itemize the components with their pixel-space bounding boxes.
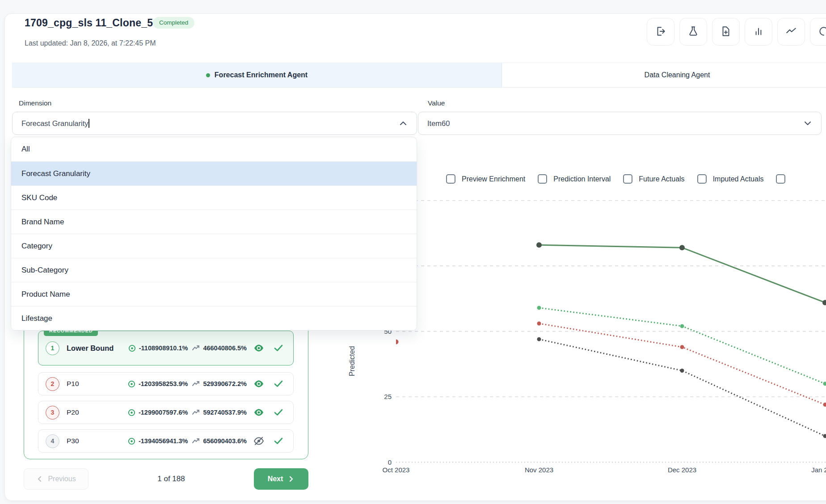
next-label: Next: [268, 475, 283, 483]
rank-badge: 3: [46, 406, 59, 420]
dimension-dropdown-list: AllForecast GranularitySKU CodeBrand Nam…: [11, 137, 417, 331]
x-tick-label: Jan 2024: [798, 466, 826, 474]
metric-accuracy: -1203958253.9%: [127, 380, 188, 388]
visibility-toggle[interactable]: [251, 344, 266, 353]
candidate-name: P10: [64, 380, 123, 388]
x-tick-label: Oct 2023: [369, 466, 423, 474]
checkbox-clipped[interactable]: [776, 174, 785, 184]
visibility-toggle[interactable]: [251, 408, 266, 417]
checkbox-prediction-interval[interactable]: Prediction Interval: [538, 174, 611, 184]
chart-option-checkboxes: Preview EnrichmentPrediction IntervalFut…: [446, 174, 785, 184]
checkbox-label: Imputed Actuals: [713, 175, 764, 183]
metric-trend: 466040806.5%: [192, 344, 247, 352]
target-icon: [127, 408, 136, 417]
eye-icon[interactable]: [253, 408, 264, 417]
check-icon: [274, 380, 283, 387]
checkbox-box[interactable]: [697, 174, 707, 184]
checkbox-box[interactable]: [776, 174, 785, 184]
rank-badge: 4: [46, 434, 59, 448]
trend-icon: [192, 381, 200, 387]
candidate-name: P30: [64, 437, 123, 445]
dimension-option-sub-category[interactable]: Sub-Category: [11, 258, 417, 282]
select-check[interactable]: [271, 380, 286, 387]
chevron-right-icon: [287, 475, 295, 483]
checkbox-future-actuals[interactable]: Future Actuals: [623, 174, 684, 184]
visibility-toggle[interactable]: [251, 437, 266, 445]
dimension-option-sku-code[interactable]: SKU Code: [11, 185, 417, 210]
metric-accuracy: -1108908910.1%: [128, 344, 188, 353]
metric-accuracy: -1299007597.6%: [127, 408, 188, 417]
dimension-option-category[interactable]: Category: [11, 234, 417, 258]
pagination: Previous 1 of 188 Next: [24, 468, 308, 490]
dimension-option-product-name[interactable]: Product Name: [11, 282, 417, 306]
trend-icon: [192, 409, 200, 416]
checkbox-box[interactable]: [538, 174, 547, 184]
checkbox-label: Preview Enrichment: [462, 175, 525, 183]
target-icon: [127, 437, 136, 445]
previous-button[interactable]: Previous: [24, 468, 88, 490]
target-icon: [128, 344, 136, 353]
eye-icon[interactable]: [253, 379, 264, 388]
checkbox-box[interactable]: [446, 174, 455, 184]
dimension-option-brand-name[interactable]: Brand Name: [11, 210, 417, 234]
target-icon: [127, 380, 136, 388]
eye-icon[interactable]: [253, 344, 264, 353]
checkbox-box[interactable]: [623, 174, 632, 184]
candidate-card-p20[interactable]: 3P20-1299007597.6%592740537.9%: [38, 401, 294, 424]
next-button[interactable]: Next: [254, 468, 308, 490]
metric-trend: 529390672.2%: [192, 380, 247, 387]
checkbox-label: Future Actuals: [639, 175, 684, 183]
y-axis-title: Predicted: [348, 332, 356, 376]
candidate-card-p30[interactable]: 4P30-1394056941.3%656090403.6%: [38, 429, 294, 453]
candidate-name: P20: [64, 408, 123, 416]
trend-icon: [192, 438, 200, 444]
check-icon: [274, 344, 283, 352]
candidate-name: Lower Bound: [64, 344, 123, 353]
dimension-option-lifestage[interactable]: Lifestage: [11, 306, 417, 330]
select-check[interactable]: [271, 437, 286, 445]
checkbox-imputed-actuals[interactable]: Imputed Actuals: [697, 174, 764, 184]
checkbox-label: Prediction Interval: [553, 175, 611, 183]
select-check[interactable]: [271, 409, 286, 416]
y-tick-label: 25: [365, 393, 392, 400]
candidate-card-p10[interactable]: 2P10-1203958253.9%529390672.2%: [38, 372, 294, 395]
x-tick-label: Dec 2023: [655, 466, 709, 474]
dimension-option-forecast-granularity[interactable]: Forecast Granularity: [11, 161, 417, 185]
metric-accuracy: -1394056941.3%: [127, 437, 188, 445]
trend-icon: [192, 345, 200, 351]
checkbox-preview-enrichment[interactable]: Preview Enrichment: [446, 174, 525, 184]
metric-trend: 656090403.6%: [192, 437, 247, 445]
check-icon: [274, 409, 283, 416]
page-indicator: 1 of 188: [157, 475, 185, 483]
previous-label: Previous: [48, 475, 76, 483]
select-check[interactable]: [271, 344, 286, 352]
metric-trend: 592740537.9%: [192, 409, 247, 416]
visibility-toggle[interactable]: [251, 379, 266, 388]
rank-badge: 2: [46, 377, 59, 391]
eye-off-icon[interactable]: [253, 437, 264, 445]
y-tick-label: 0: [365, 458, 392, 466]
x-tick-label: Nov 2023: [512, 466, 566, 474]
dimension-option-all[interactable]: All: [11, 137, 417, 161]
check-icon: [274, 437, 283, 445]
rank-badge: 1: [46, 341, 59, 355]
chevron-left-icon: [36, 475, 43, 483]
